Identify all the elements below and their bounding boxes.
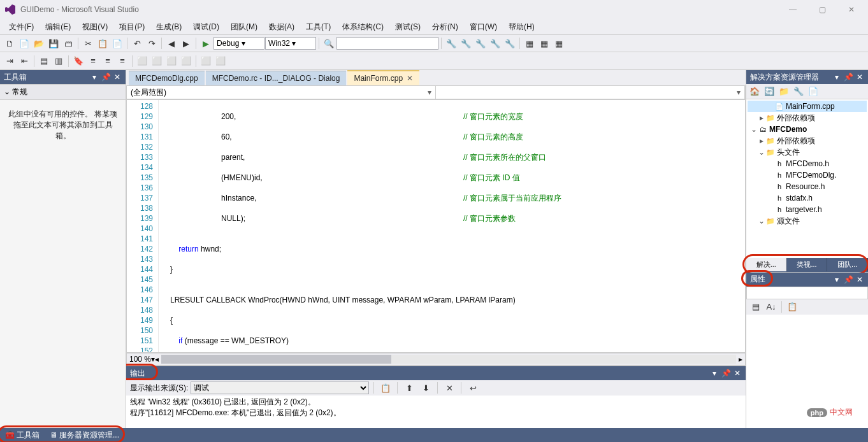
comment-icon[interactable]: ▤ [37, 54, 51, 68]
nav-back-icon[interactable]: ◀ [164, 36, 178, 50]
home-icon[interactable]: 🏠 [748, 85, 762, 99]
tree-item[interactable]: MFCDemo.h [785, 159, 829, 168]
properties-object-combo[interactable] [746, 287, 868, 299]
tree-item[interactable]: targetver.h [785, 205, 822, 214]
undo-icon[interactable]: ↶ [130, 36, 144, 50]
format-icon[interactable]: ≡ [86, 54, 100, 68]
collapse-icon[interactable]: ⌄ [758, 148, 765, 157]
panel-dropdown-icon[interactable]: ▾ [832, 275, 841, 284]
member-combo[interactable] [436, 86, 745, 99]
categorized-icon[interactable]: ▤ [749, 300, 763, 314]
start-debug-icon[interactable]: ▶ [199, 36, 213, 50]
goto-icon[interactable]: 📋 [379, 381, 393, 395]
nav-fwd-icon[interactable]: ▶ [179, 36, 193, 50]
panel-pin-icon[interactable]: 📌 [101, 73, 110, 82]
menu-tools[interactable]: 工具(T) [301, 20, 336, 34]
menu-data[interactable]: 数据(A) [264, 20, 300, 34]
tree-item[interactable]: 源文件 [776, 216, 800, 227]
tool-icon[interactable]: ▦ [537, 36, 551, 50]
tree-item[interactable]: 外部依赖项 [776, 113, 815, 124]
fold-gutter[interactable] [159, 100, 168, 352]
tool-icon[interactable]: 🔧 [444, 36, 458, 50]
menu-edit[interactable]: 编辑(E) [40, 20, 76, 34]
output-source-combo[interactable]: 调试 [191, 381, 369, 394]
toolbox-group-general[interactable]: 常规 [0, 85, 126, 100]
clear-icon[interactable]: ✕ [442, 381, 456, 395]
paste-icon[interactable]: 📄 [110, 36, 124, 50]
tree-item[interactable]: MFCDemo [768, 125, 807, 134]
platform-combo[interactable]: Win32 ▾ [265, 37, 316, 50]
alphabetical-icon[interactable]: A↓ [764, 300, 778, 314]
tree-item[interactable]: 外部依赖项 [776, 136, 815, 146]
open-icon[interactable]: 📂 [32, 36, 46, 50]
tree-item[interactable]: 头文件 [776, 147, 800, 158]
horizontal-scrollbar[interactable] [161, 355, 736, 364]
tree-item[interactable]: MFCDemoDlg. [785, 171, 836, 180]
tool-icon[interactable]: ▦ [552, 36, 566, 50]
find-prev-icon[interactable]: ⬆ [402, 381, 416, 395]
config-combo[interactable]: Debug ▾ [213, 37, 264, 50]
collapse-icon[interactable]: ⌄ [758, 217, 765, 225]
tool-icon[interactable]: 🔧 [459, 36, 473, 50]
panel-dropdown-icon[interactable]: ▾ [90, 73, 99, 82]
solution-tree[interactable]: 📄MainForm.cpp ▸📁外部依赖项 ⌄🗂MFCDemo ▸📁外部依赖项 … [746, 99, 868, 258]
panel-close-icon[interactable]: ✕ [733, 369, 742, 378]
expand-icon[interactable]: ▸ [758, 113, 765, 122]
bookmark-icon[interactable]: 🔖 [71, 54, 85, 68]
menu-arch[interactable]: 体系结构(C) [337, 20, 389, 34]
tool-icon[interactable]: 🔧 [503, 36, 517, 50]
save-icon[interactable]: 💾 [47, 36, 61, 50]
view-code-icon[interactable]: 📄 [806, 85, 820, 99]
misc-icon[interactable]: ⬜ [199, 54, 213, 68]
panel-dropdown-icon[interactable]: ▾ [710, 369, 719, 378]
tree-item[interactable]: stdafx.h [785, 194, 813, 203]
tab-team[interactable]: 团队... [827, 258, 868, 271]
panel-pin-icon[interactable]: 📌 [844, 73, 853, 82]
redo-icon[interactable]: ↷ [145, 36, 159, 50]
code-content[interactable]: 200,// 窗口元素的宽度 60,// 窗口元素的高度 parent,// 窗… [168, 100, 745, 352]
panel-close-icon[interactable]: ✕ [855, 73, 864, 82]
panel-close-icon[interactable]: ✕ [113, 73, 122, 82]
menu-debug[interactable]: 调试(D) [188, 20, 224, 34]
outdent-icon[interactable]: ⇤ [17, 54, 31, 68]
menu-project[interactable]: 项目(P) [114, 20, 150, 34]
code-editor[interactable]: 1281291301311321331341351361371381391401… [126, 99, 746, 353]
new-file-icon[interactable]: 📄 [17, 36, 31, 50]
misc-icon[interactable]: ⬜ [164, 54, 178, 68]
maximize-button[interactable]: ▢ [813, 5, 831, 14]
format-icon[interactable]: ≡ [115, 54, 129, 68]
tab-mfcdemodlg[interactable]: MFCDemoDlg.cpp [129, 71, 205, 85]
uncomment-icon[interactable]: ▥ [52, 54, 66, 68]
new-project-icon[interactable]: 🗋 [3, 36, 17, 50]
tab-mfcdemo-rc[interactable]: MFCDemo.rc - ID..._DIALOG - Dialog [206, 71, 347, 85]
props-icon[interactable]: 📋 [785, 300, 799, 314]
panel-pin-icon[interactable]: 📌 [844, 275, 853, 284]
properties-icon[interactable]: 🔧 [792, 85, 806, 99]
menu-view[interactable]: 视图(V) [77, 20, 113, 34]
indent-icon[interactable]: ⇥ [3, 54, 17, 68]
dock-tab-toolbox[interactable]: 🧰工具箱 [0, 428, 45, 443]
menu-build[interactable]: 生成(B) [151, 20, 187, 34]
output-text[interactable]: 线程 'Win32 线程' (0x3610) 已退出, 返回值为 2 (0x2)… [126, 396, 746, 428]
tool-icon[interactable]: 🔧 [488, 36, 502, 50]
tab-mainform[interactable]: MainForm.cpp✕ [347, 70, 419, 85]
find-combo[interactable] [336, 37, 438, 50]
tool-icon[interactable]: 🔧 [474, 36, 488, 50]
scrollbar-right-icon[interactable]: ▸ [739, 355, 742, 364]
scope-combo[interactable]: (全局范围) [127, 86, 436, 99]
collapse-icon[interactable]: ⌄ [750, 125, 758, 134]
format-icon[interactable]: ≡ [101, 54, 115, 68]
panel-pin-icon[interactable]: 📌 [721, 369, 730, 378]
find-icon[interactable]: 🔍 [322, 36, 336, 50]
misc-icon[interactable]: ⬜ [150, 54, 164, 68]
misc-icon[interactable]: ⬜ [213, 54, 228, 68]
tab-solution[interactable]: 解决... [746, 258, 787, 271]
scrollbar-left-icon[interactable]: ◂ [155, 355, 159, 364]
cut-icon[interactable]: ✂ [81, 36, 95, 50]
wrap-icon[interactable]: ↩ [466, 381, 480, 395]
zoom-level[interactable]: 100 % [129, 355, 151, 364]
menu-help[interactable]: 帮助(H) [503, 20, 540, 34]
refresh-icon[interactable]: 🔄 [762, 85, 776, 99]
menu-file[interactable]: 文件(F) [4, 20, 39, 34]
tool-icon[interactable]: ▦ [523, 36, 537, 50]
